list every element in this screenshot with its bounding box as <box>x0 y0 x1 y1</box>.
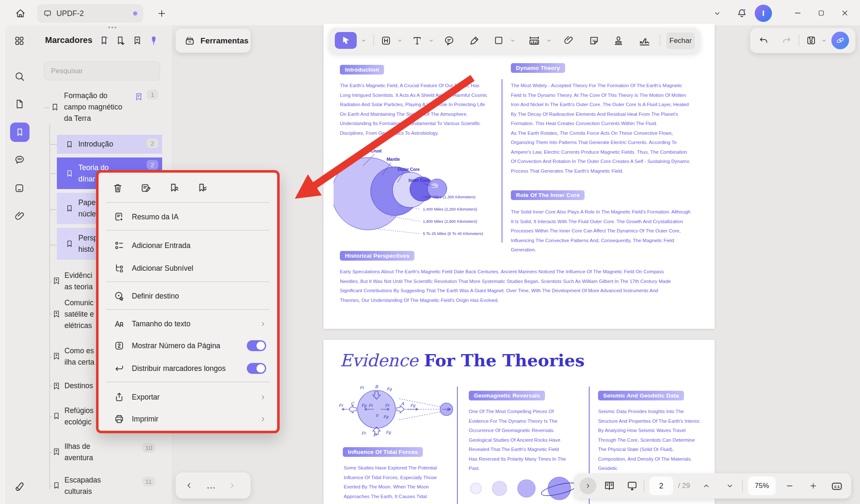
new-tab-button[interactable] <box>154 7 169 20</box>
rail-style-button[interactable] <box>10 477 29 495</box>
titlebar-collapse-button[interactable] <box>710 8 724 19</box>
planets-illustration <box>467 472 585 504</box>
tree-stub <box>49 416 52 417</box>
comment-tool-button[interactable] <box>441 34 457 47</box>
save-dropdown[interactable] <box>820 36 828 45</box>
menu-item-add-sublevel[interactable]: Adicionar Subnível <box>99 259 277 278</box>
svg-text:Fr: Fr <box>369 403 374 408</box>
bookmark-item-escapadas[interactable]: Escapadasculturais <box>52 475 101 497</box>
select-tool-button-active[interactable] <box>335 32 357 49</box>
sticker-tool-button[interactable] <box>586 34 601 47</box>
zoom-out-button[interactable] <box>783 480 797 492</box>
bookmark-chevrons-down-icon <box>197 182 208 194</box>
inner-core-heading-chip: Role Of The Inner Core <box>511 190 585 200</box>
home-button[interactable] <box>11 5 29 21</box>
one-to-one-label: 1:1 <box>834 484 840 489</box>
bookmark-item-como-escolher[interactable]: Como esilha certa <box>52 345 94 368</box>
close-window-button[interactable] <box>836 6 854 20</box>
pager-next-button[interactable] <box>226 479 238 492</box>
ai-assistant-button[interactable] <box>831 32 849 49</box>
intro-paragraph: The Earth's Magnetic Field, A Crucial Fe… <box>340 81 488 138</box>
signature-tool-button[interactable] <box>635 34 654 47</box>
page-number-input[interactable]: 2 <box>649 477 673 495</box>
bookmark-outline-icon <box>65 169 74 178</box>
measure-tool-button[interactable] <box>526 34 542 47</box>
dynamo-paragraph-1: The Most Widely - Accepted Theory For Th… <box>511 81 693 128</box>
shapes-tool-button[interactable] <box>491 34 506 47</box>
bookmark-outline-icon <box>65 204 74 213</box>
pin-panel-button[interactable] <box>147 34 160 47</box>
rail-apps-button[interactable] <box>10 32 29 50</box>
zoom-level-input[interactable]: 75% <box>748 477 776 495</box>
select-tool-dropdown[interactable] <box>359 36 368 45</box>
rail-comments-button[interactable] <box>10 151 29 168</box>
attach-tool-button[interactable] <box>561 34 576 47</box>
menu-item-text-size[interactable]: Tamanho do texto <box>99 314 277 333</box>
actual-size-button[interactable]: 1:1 <box>828 479 846 493</box>
heading-tool-dropdown[interactable] <box>395 36 404 45</box>
rail-search-button[interactable] <box>10 67 29 85</box>
pager-more-button[interactable]: … <box>203 479 220 492</box>
show-page-number-toggle-on[interactable] <box>247 340 266 351</box>
menu-item-export[interactable]: Exportar <box>99 387 277 407</box>
measure-tool-dropdown[interactable] <box>544 36 553 45</box>
minimize-button[interactable] <box>788 6 807 20</box>
previous-page-button[interactable] <box>699 480 713 492</box>
bookmark-item-root[interactable]: Formação docampo magnéticoda Terra <box>51 90 122 124</box>
stamp-tool-button[interactable] <box>611 34 626 47</box>
pager-previous-button[interactable] <box>183 479 195 492</box>
bookmark-item-refugios[interactable]: Refúgiosecológic <box>52 405 93 428</box>
text-tool-dropdown[interactable] <box>426 36 435 45</box>
document-tab[interactable]: UPDF-2 <box>37 4 143 23</box>
bookmark-item-ilhas[interactable]: Ilhas deaventura <box>52 441 93 464</box>
redo-button[interactable] <box>779 34 794 47</box>
rail-thumbnails-button[interactable] <box>10 95 29 113</box>
expand-all-button[interactable] <box>197 182 208 194</box>
distribute-long-toggle-on[interactable] <box>247 363 266 374</box>
rename-bookmark-button[interactable] <box>140 182 152 194</box>
menu-item-print[interactable]: Imprimir <box>99 409 277 429</box>
close-toolbar-button[interactable]: Fechar <box>666 32 695 49</box>
collapse-bookmarks-button[interactable] <box>131 34 144 47</box>
text-tool-button[interactable] <box>409 34 425 47</box>
undo-button[interactable] <box>756 34 771 47</box>
menu-item-ai-summary[interactable]: Resumo da IA <box>99 207 277 227</box>
account-avatar[interactable]: I <box>755 5 772 22</box>
maximize-button[interactable] <box>812 6 831 20</box>
chevron-down-icon <box>546 38 552 43</box>
notifications-button[interactable] <box>734 5 750 21</box>
bookmark-item-evidencias[interactable]: Evidências teoria <box>52 270 93 293</box>
add-bookmark-button[interactable] <box>114 34 128 47</box>
printer-icon <box>114 413 125 424</box>
heading-tool-button[interactable] <box>378 34 393 47</box>
zoom-in-button[interactable] <box>806 480 820 492</box>
bookmark-item-comunicacao[interactable]: Comunicsatélite eelétricas <box>52 297 94 331</box>
highlighter-tool-button[interactable] <box>467 34 482 47</box>
search-input[interactable] <box>44 61 160 80</box>
tools-button[interactable]: Ferramentas <box>176 29 251 53</box>
bookmark-item-destinos[interactable]: Destinos <box>52 380 93 392</box>
menu-item-distribute-long[interactable]: Distribuir marcadores longos <box>99 359 277 378</box>
expand-status-button[interactable] <box>580 477 596 494</box>
diagram-measure-2: 1,400 Miles (2,250 Kilometers) <box>423 207 477 211</box>
presentation-icon <box>626 480 638 492</box>
rail-bookmarks-button-active[interactable] <box>10 123 29 142</box>
add-sublevel-icon <box>114 263 125 274</box>
menu-item-show-page-number[interactable]: Mostrar Número da Página <box>99 336 277 355</box>
rail-stamps-button[interactable] <box>10 179 29 197</box>
shapes-tool-dropdown[interactable] <box>508 36 517 45</box>
bookmark-count-badge: 2 <box>147 160 158 170</box>
reading-mode-button[interactable] <box>601 479 617 493</box>
bookmark-ai-button[interactable] <box>98 34 111 47</box>
seismic-paragraph: Seismic Data Provides Insights Into The … <box>598 407 702 473</box>
menu-item-add-entry[interactable]: Adicionar Entrada <box>99 236 277 255</box>
save-button[interactable] <box>804 34 819 47</box>
presentation-mode-button[interactable] <box>624 479 640 493</box>
collapse-all-button[interactable] <box>168 182 180 194</box>
delete-bookmark-button[interactable] <box>112 182 123 194</box>
rail-attachments-button[interactable] <box>10 207 29 225</box>
panel-drag-handle[interactable]: ••• <box>104 24 121 31</box>
next-page-button[interactable] <box>723 480 737 492</box>
square-icon <box>493 35 504 46</box>
menu-item-set-destination[interactable]: Definir destino <box>99 286 277 306</box>
